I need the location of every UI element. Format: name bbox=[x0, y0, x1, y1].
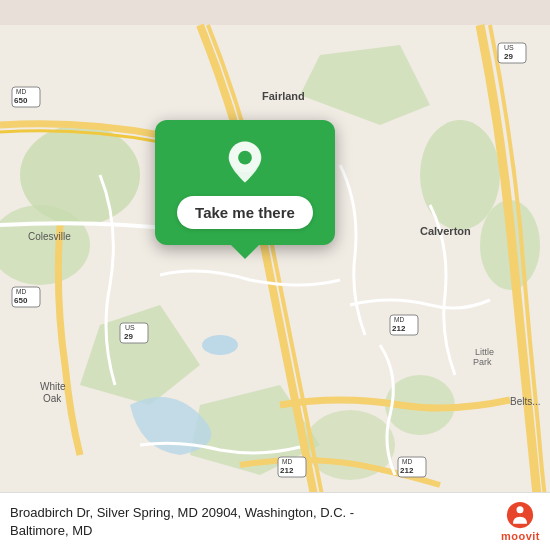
svg-text:US: US bbox=[504, 44, 514, 51]
svg-text:29: 29 bbox=[504, 52, 513, 61]
svg-text:Fairland: Fairland bbox=[262, 90, 305, 102]
svg-point-42 bbox=[507, 502, 533, 528]
svg-text:Belts...: Belts... bbox=[510, 396, 541, 407]
svg-text:Calverton: Calverton bbox=[420, 225, 471, 237]
svg-text:Little: Little bbox=[475, 347, 494, 357]
location-pin-icon bbox=[221, 138, 269, 186]
bottom-bar: Broadbirch Dr, Silver Spring, MD 20904, … bbox=[0, 492, 550, 550]
svg-text:White: White bbox=[40, 381, 66, 392]
svg-point-4 bbox=[420, 120, 500, 230]
svg-text:Oak: Oak bbox=[43, 393, 62, 404]
svg-point-43 bbox=[517, 506, 524, 513]
map-container: Colesville Fairland Calverton White Oak … bbox=[0, 0, 550, 550]
svg-text:Park: Park bbox=[473, 357, 492, 367]
svg-text:212: 212 bbox=[400, 466, 414, 475]
moovit-label: moovit bbox=[501, 530, 540, 542]
svg-text:212: 212 bbox=[392, 324, 406, 333]
moovit-icon bbox=[506, 501, 534, 529]
svg-text:29: 29 bbox=[124, 332, 133, 341]
address-text: Broadbirch Dr, Silver Spring, MD 20904, … bbox=[10, 504, 390, 539]
svg-text:MD: MD bbox=[16, 88, 26, 95]
svg-point-41 bbox=[238, 151, 252, 165]
map-background: Colesville Fairland Calverton White Oak … bbox=[0, 0, 550, 550]
svg-text:650: 650 bbox=[14, 96, 28, 105]
moovit-logo[interactable]: moovit bbox=[501, 501, 540, 542]
svg-point-10 bbox=[202, 335, 238, 355]
svg-text:212: 212 bbox=[280, 466, 294, 475]
take-me-there-button[interactable]: Take me there bbox=[177, 196, 313, 229]
svg-text:MD: MD bbox=[16, 288, 26, 295]
svg-text:Colesville: Colesville bbox=[28, 231, 71, 242]
popup-card: Take me there bbox=[155, 120, 335, 245]
svg-text:MD: MD bbox=[402, 458, 412, 465]
svg-text:MD: MD bbox=[282, 458, 292, 465]
svg-text:US: US bbox=[125, 324, 135, 331]
svg-text:MD: MD bbox=[394, 316, 404, 323]
svg-text:650: 650 bbox=[14, 296, 28, 305]
